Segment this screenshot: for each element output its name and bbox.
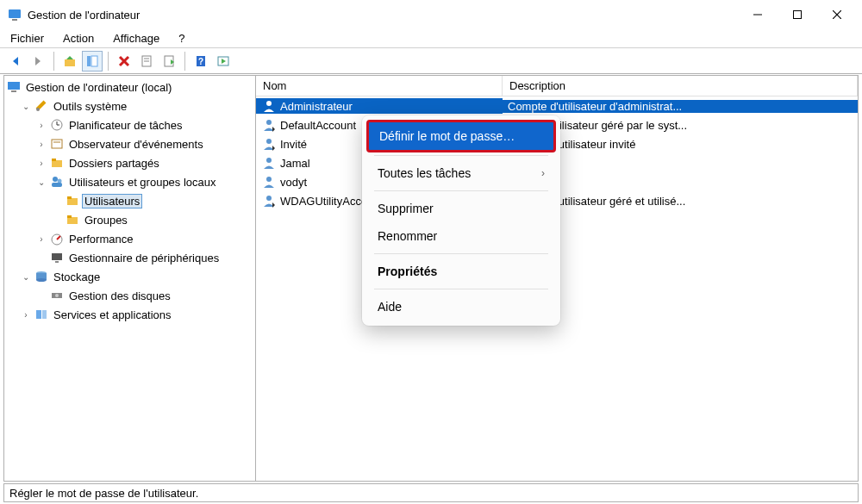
export-button[interactable] — [159, 51, 179, 72]
column-name[interactable]: Nom — [256, 76, 503, 96]
show-hide-tree-button[interactable] — [82, 51, 103, 72]
tree-pane[interactable]: Gestion de l'ordinateur (local) ⌄ Outils… — [4, 76, 256, 481]
user-row[interactable]: Administrateur Compte d'utilisateur d'ad… — [256, 96, 858, 115]
close-button[interactable] — [817, 2, 857, 28]
cell-desc: Compte d'utilisateur d'administrat... — [508, 100, 682, 113]
svg-rect-10 — [87, 56, 91, 66]
svg-rect-23 — [8, 82, 20, 90]
expand-icon[interactable]: › — [35, 119, 47, 131]
status-bar: Régler le mot de passe de l'utilisateur. — [3, 483, 859, 502]
ctx-set-password[interactable]: Définir le mot de passe… — [366, 120, 556, 152]
properties-button[interactable] — [136, 51, 157, 72]
tree-root-label: Gestion de l'ordinateur (local) — [23, 80, 174, 95]
tree-stockage[interactable]: ⌄ Stockage — [6, 267, 253, 286]
svg-line-4 — [833, 10, 841, 19]
tree-label: Observateur d'événements — [66, 137, 206, 152]
ctx-properties[interactable]: Propriétés — [367, 258, 555, 285]
tools-icon — [34, 98, 49, 114]
toolbar-separator — [108, 52, 109, 71]
svg-point-51 — [266, 101, 272, 106]
tree-groupes[interactable]: Groupes — [6, 210, 253, 229]
collapse-icon[interactable]: ⌄ — [20, 100, 32, 112]
svg-text:?: ? — [198, 57, 203, 66]
menu-action[interactable]: Action — [59, 30, 97, 47]
context-separator — [374, 253, 548, 254]
toolbar-separator — [53, 52, 54, 71]
tree-utilisateurs[interactable]: Utilisateurs — [6, 191, 253, 210]
svg-rect-0 — [9, 9, 21, 18]
svg-marker-9 — [66, 56, 73, 59]
submenu-arrow-icon: › — [541, 167, 545, 179]
tree-services[interactable]: › Services et applications — [6, 305, 253, 324]
users-icon — [49, 174, 65, 190]
ctx-label: Supprimer — [378, 202, 434, 215]
svg-rect-42 — [52, 253, 62, 260]
svg-marker-55 — [272, 146, 275, 151]
svg-rect-8 — [65, 59, 75, 66]
svg-point-34 — [58, 179, 62, 184]
svg-point-25 — [36, 108, 40, 111]
menu-fichier[interactable]: Fichier — [7, 30, 47, 47]
tree-devices[interactable]: Gestionnaire de périphériques — [6, 248, 253, 267]
context-menu: Définir le mot de passe… Toutes les tâch… — [362, 115, 560, 326]
computer-icon — [6, 79, 22, 95]
run-button[interactable] — [213, 51, 234, 72]
user-icon — [261, 136, 277, 152]
tree-dossiers[interactable]: › Dossiers partagés — [6, 153, 253, 172]
maximize-button[interactable] — [778, 2, 817, 28]
back-button[interactable] — [5, 51, 26, 72]
forward-button[interactable] — [28, 51, 48, 72]
svg-marker-59 — [272, 202, 275, 208]
user-icon — [261, 98, 277, 114]
expand-icon[interactable]: › — [35, 157, 47, 169]
help-button[interactable]: ? — [191, 51, 211, 72]
collapse-icon[interactable]: ⌄ — [35, 176, 47, 188]
delete-button[interactable] — [114, 51, 134, 72]
expand-icon[interactable]: › — [35, 138, 47, 150]
ctx-rename[interactable]: Renommer — [367, 222, 555, 250]
list-header: Nom Description — [256, 76, 858, 96]
svg-rect-37 — [67, 196, 72, 199]
svg-point-52 — [266, 120, 272, 125]
svg-line-5 — [833, 10, 841, 19]
expand-icon[interactable]: › — [35, 233, 47, 245]
performance-icon — [49, 231, 65, 246]
tree-label: Services et applications — [51, 308, 174, 322]
svg-point-33 — [53, 177, 58, 182]
tree-performance[interactable]: › Performance — [6, 229, 253, 248]
tree-label: Performance — [66, 232, 135, 246]
user-icon — [261, 174, 277, 190]
svg-marker-7 — [35, 57, 41, 65]
menu-affichage[interactable]: Affichage — [109, 30, 163, 47]
svg-point-48 — [55, 294, 59, 297]
tree-planificateur[interactable]: › Planificateur de tâches — [6, 115, 253, 134]
tree-label: Dossiers partagés — [66, 156, 162, 171]
svg-rect-43 — [55, 261, 59, 263]
svg-point-57 — [266, 177, 272, 182]
collapse-icon[interactable]: ⌄ — [20, 271, 32, 283]
ctx-all-tasks[interactable]: Toutes les tâches › — [367, 159, 555, 187]
menu-help[interactable]: ? — [175, 30, 188, 47]
tree-users-groups[interactable]: ⌄ Utilisateurs et groupes locaux — [6, 172, 253, 191]
tree-root[interactable]: Gestion de l'ordinateur (local) — [6, 78, 253, 96]
svg-point-54 — [266, 139, 272, 144]
up-button[interactable] — [59, 51, 80, 72]
tree-disques[interactable]: Gestion des disques — [6, 286, 253, 305]
svg-point-58 — [266, 196, 272, 201]
ctx-label: Propriétés — [378, 264, 437, 278]
toolbar-separator — [184, 52, 185, 71]
minimize-button[interactable] — [738, 2, 778, 28]
title-bar: Gestion de l'ordinateur — [0, 0, 862, 29]
tree-label: Gestion des disques — [66, 289, 173, 303]
svg-rect-50 — [42, 310, 47, 319]
ctx-delete[interactable]: Supprimer — [367, 195, 555, 222]
tree-outils-systeme[interactable]: ⌄ Outils système — [6, 96, 253, 115]
tree-observateur[interactable]: › Observateur d'événements — [6, 134, 253, 153]
ctx-help[interactable]: Aide — [367, 293, 555, 320]
tree-label: Groupes — [82, 213, 130, 227]
svg-point-46 — [36, 278, 47, 282]
svg-rect-49 — [36, 310, 41, 319]
expand-icon[interactable]: › — [20, 308, 32, 320]
column-description[interactable]: Description — [503, 76, 858, 96]
storage-icon — [34, 269, 49, 284]
